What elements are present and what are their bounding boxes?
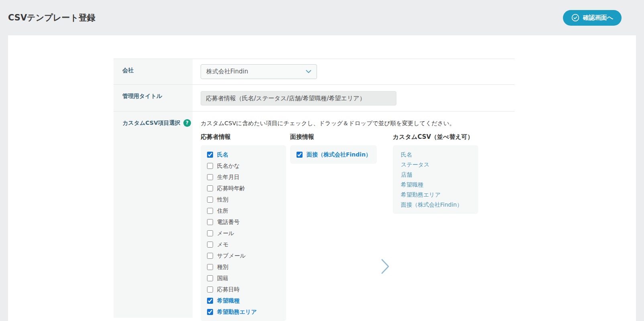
chevron-right-icon	[380, 258, 390, 276]
item-checkbox[interactable]	[207, 208, 213, 214]
checkbox-item[interactable]: 応募日時	[207, 285, 286, 294]
item-checkbox[interactable]	[207, 152, 213, 158]
item-checkbox[interactable]	[207, 275, 213, 281]
custom-csv-header: カスタムCSV（並べ替え可）	[393, 133, 478, 141]
sortable-item[interactable]: ステータス	[401, 160, 478, 169]
checkbox-item-label: 電話番号	[217, 219, 240, 226]
company-select-value: 株式会社Findin	[206, 68, 248, 75]
sortable-item-label: ステータス	[401, 161, 429, 169]
content-card: 会社 株式会社Findin 管理用タイトル	[8, 35, 636, 321]
custom-csv-panel: 氏名 ステータス 店舗 希望職種 希望勤務エリア	[393, 145, 478, 214]
checkbox-item-label: 生年月日	[217, 174, 240, 181]
checkbox-item[interactable]: 氏名	[207, 150, 286, 159]
page-title: CSVテンプレート登録	[8, 12, 95, 23]
item-checkbox[interactable]	[207, 298, 213, 304]
item-checkbox[interactable]	[207, 174, 213, 180]
checkbox-item-label: メモ	[217, 241, 229, 248]
admin-title-label: 管理用タイトル	[114, 85, 193, 111]
checkbox-item-label: 氏名	[217, 151, 228, 158]
admin-title-input[interactable]	[201, 91, 396, 106]
checkbox-item[interactable]: サブメール	[207, 252, 286, 260]
item-checkbox[interactable]	[207, 253, 213, 259]
interview-info-panel: 面接（株式会社Findin）	[290, 145, 377, 164]
checkbox-item-label: サブメール	[217, 252, 246, 260]
instruction-text: カスタムCSVに含めたい項目にチェックし、ドラッグ＆ドロップで並び順を変更してく…	[201, 112, 515, 127]
checkbox-item-label: 面接（株式会社Findin）	[307, 151, 371, 158]
checkbox-item[interactable]: 国籍	[207, 274, 286, 282]
form-row-custom-csv: カスタムCSV項目選択 ? カスタムCSVに含めたい項目にチェックし、ドラッグ＆…	[114, 111, 515, 318]
form-row-admin-title: 管理用タイトル	[114, 84, 515, 111]
checkbox-item[interactable]: 希望職種	[207, 297, 286, 305]
sortable-item[interactable]: 店舗	[401, 171, 478, 179]
sortable-item-label: 面接（株式会社Findin）	[401, 201, 462, 209]
checkbox-item-label: 希望職種	[217, 297, 240, 305]
checkbox-item[interactable]: メモ	[207, 240, 286, 249]
item-checkbox[interactable]	[207, 309, 213, 315]
confirm-screen-button-label: 確認画面へ	[583, 14, 613, 22]
checkbox-item-label: 種別	[217, 264, 228, 271]
applicant-info-header: 応募者情報	[201, 133, 286, 141]
item-checkbox[interactable]	[207, 197, 213, 203]
checkbox-item-label: 性別	[217, 196, 228, 203]
item-checkbox[interactable]	[207, 242, 213, 248]
checkbox-item-label: 氏名かな	[217, 163, 240, 170]
sortable-item-label: 希望勤務エリア	[401, 191, 441, 199]
sortable-item[interactable]: 希望勤務エリア	[401, 191, 478, 199]
sortable-item[interactable]: 面接（株式会社Findin）	[401, 201, 478, 209]
checkbox-item-label: 国籍	[217, 275, 228, 282]
applicant-info-column: 応募者情報 氏名 氏名かな	[201, 133, 286, 321]
interview-info-column: 面接情報 面接（株式会社Findin）	[290, 133, 377, 321]
help-icon[interactable]: ?	[183, 119, 191, 127]
applicant-info-panel: 氏名 氏名かな 生年月日 応募時年齢	[201, 145, 286, 321]
custom-csv-column: カスタムCSV（並べ替え可） 氏名 ステータス 店舗 希望職種	[393, 133, 478, 321]
sortable-item-label: 氏名	[401, 151, 412, 158]
checkbox-item-label: 住所	[217, 207, 228, 215]
sortable-item[interactable]: 氏名	[401, 150, 478, 159]
item-checkbox[interactable]	[207, 230, 213, 236]
checkbox-item[interactable]: 氏名かな	[207, 162, 286, 170]
checkbox-item[interactable]: 電話番号	[207, 218, 286, 226]
checkbox-item[interactable]: 性別	[207, 195, 286, 204]
interview-info-header: 面接情報	[290, 133, 377, 141]
checkbox-item-label: 応募時年齢	[217, 185, 245, 192]
custom-csv-section-label: カスタムCSV項目選択	[122, 119, 181, 127]
item-checkbox[interactable]	[207, 219, 213, 225]
item-checkbox[interactable]	[207, 286, 213, 293]
checkbox-item-label: 希望勤務エリア	[217, 309, 257, 316]
company-select[interactable]: 株式会社Findin	[201, 64, 317, 79]
checkbox-item[interactable]: 面接（株式会社Findin）	[297, 150, 377, 159]
confirm-screen-button[interactable]: 確認画面へ	[563, 10, 622, 26]
checkbox-item[interactable]: メール	[207, 229, 286, 238]
item-checkbox[interactable]	[207, 163, 213, 169]
sortable-item-label: 希望職種	[401, 181, 423, 189]
company-label: 会社	[114, 59, 193, 84]
csv-template-form: 会社 株式会社Findin 管理用タイトル	[114, 59, 515, 318]
sortable-item[interactable]: 希望職種	[401, 181, 478, 189]
checkbox-item[interactable]: 種別	[207, 263, 286, 271]
checkbox-item[interactable]: 生年月日	[207, 173, 286, 181]
item-checkbox[interactable]	[297, 152, 303, 158]
checkbox-item-label: メール	[217, 230, 234, 237]
item-checkbox[interactable]	[207, 185, 213, 191]
sortable-item-label: 店舗	[401, 171, 412, 179]
form-row-company: 会社 株式会社Findin	[114, 59, 515, 84]
check-circle-icon	[571, 14, 579, 22]
csv-columns: 応募者情報 氏名 氏名かな	[201, 133, 515, 321]
checkbox-item-label: 応募日時	[217, 286, 240, 293]
item-checkbox[interactable]	[207, 264, 213, 270]
chevron-down-icon	[306, 70, 311, 73]
checkbox-item[interactable]: 希望勤務エリア	[207, 308, 286, 316]
checkbox-item[interactable]: 住所	[207, 207, 286, 215]
checkbox-item[interactable]: 応募時年齢	[207, 184, 286, 193]
page-header: CSVテンプレート登録 確認画面へ	[0, 0, 644, 35]
